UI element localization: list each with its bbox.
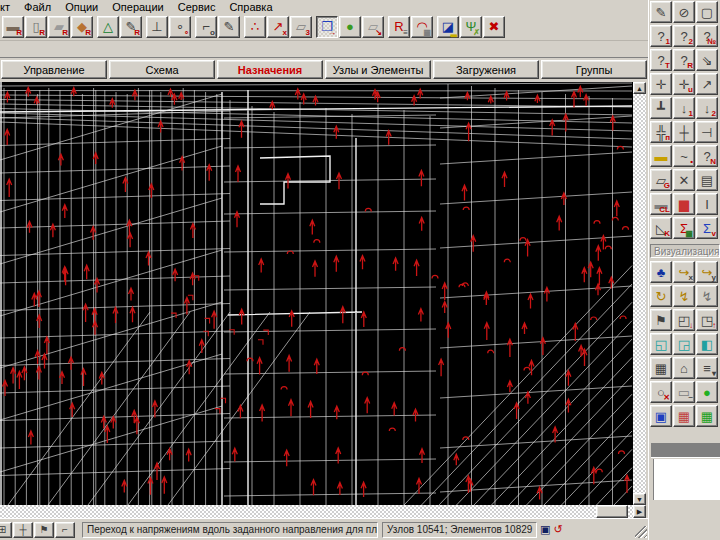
pan-view-button[interactable]: ▭~	[673, 381, 695, 403]
green-ball-button[interactable]: ●	[696, 381, 718, 403]
rigidity-list-button[interactable]: R≡	[388, 16, 410, 38]
vertical-scrollbar[interactable]: ▲ ▼	[633, 82, 646, 505]
draw-element-button[interactable]: ✎	[650, 1, 672, 23]
menu-item-Опции[interactable]: Опции	[58, 1, 105, 13]
menu-item-Файл[interactable]: Файл	[17, 1, 58, 13]
move-axes-button[interactable]: ↗	[696, 73, 718, 95]
assign-rigidity-button[interactable]: ✎R	[120, 16, 142, 38]
copy-fragment-button[interactable]: ▢	[696, 1, 718, 23]
green-mesh-button[interactable]: ▦	[696, 405, 718, 427]
delete-loads-button[interactable]: ✖	[483, 16, 505, 38]
menu-item-ект[interactable]: ект	[0, 1, 17, 13]
flash-off-button[interactable]: ↯	[696, 285, 718, 307]
slab-yellow-button[interactable]: ▬	[650, 145, 672, 167]
rigidity-info-button[interactable]: ?R	[673, 49, 695, 71]
flag-p2-button[interactable]: ⌐	[55, 522, 75, 538]
draw-mesh-button[interactable]: ✎	[218, 16, 240, 38]
docked-list[interactable]	[653, 459, 720, 500]
profile-lines-button[interactable]: ≡▾	[696, 357, 718, 379]
rotate-view-button[interactable]: ↻	[650, 285, 672, 307]
truss-generator-button[interactable]: △	[97, 16, 119, 38]
join-nodes-button[interactable]: ┼	[673, 121, 695, 143]
element-info-button[interactable]: ?2	[673, 25, 695, 47]
color-scheme-button[interactable]: ❒→	[316, 16, 338, 38]
center-mass-button[interactable]: ♣	[650, 261, 672, 283]
n-info-button[interactable]: ?N	[696, 145, 718, 167]
sum-color-button[interactable]: Σ▦	[673, 217, 695, 239]
drag-node-button[interactable]: ⇘	[696, 49, 718, 71]
tab-Группы[interactable]: Группы	[541, 60, 647, 79]
rigidity-slab-button[interactable]: ▰R	[48, 16, 70, 38]
ladder-grid-button[interactable]: ▤	[696, 169, 718, 191]
group-plate-button[interactable]: ▱G	[650, 169, 672, 191]
supports-button[interactable]: ⊥	[146, 16, 168, 38]
ibeam-button[interactable]: I	[696, 193, 718, 215]
tab-Загружения[interactable]: Загружения	[433, 60, 539, 79]
tab-Управление[interactable]: Управление	[1, 60, 107, 79]
box-3d-button[interactable]: ◧	[696, 333, 718, 355]
hscroll-thumb[interactable]	[596, 505, 628, 518]
cut-box-down-button[interactable]: ◰↓	[673, 309, 695, 331]
section-cy-button[interactable]: ↪y	[696, 261, 718, 283]
filter-nodes-button[interactable]: ⊞	[0, 522, 12, 538]
node-load-button[interactable]: ↓1	[673, 97, 695, 119]
chain-nodes-button[interactable]: ~•	[673, 145, 695, 167]
plate-direction-button[interactable]: ▱↘	[362, 16, 384, 38]
render-model-button[interactable]: ●	[339, 16, 361, 38]
merge-nodes-button[interactable]: ∘∘	[169, 16, 191, 38]
tab-Схема[interactable]: Схема	[109, 60, 215, 79]
element-load-button[interactable]: ↓2	[696, 97, 718, 119]
plate-division-button[interactable]: ▱3	[290, 16, 312, 38]
local-axes-button[interactable]: ✛u	[673, 73, 695, 95]
scatter-nodes-button[interactable]: ∴	[244, 16, 266, 38]
section-cx-button[interactable]: ↪x	[673, 261, 695, 283]
erase-element-button[interactable]: ⊘	[673, 1, 695, 23]
graph-button[interactable]: ◠▦	[411, 16, 433, 38]
flag-p-button[interactable]: ⚑	[34, 522, 54, 538]
mesh-assign-button[interactable]: ╬п	[650, 121, 672, 143]
node-info-button[interactable]: ?1	[650, 25, 672, 47]
flash-on-button[interactable]: ↯	[673, 285, 695, 307]
detach-button[interactable]: ⊣	[696, 121, 718, 143]
no-zoom-button[interactable]: ○✕	[650, 381, 672, 403]
x-node-button[interactable]: ✕	[673, 169, 695, 191]
frame-grid-button[interactable]: ▦	[650, 357, 672, 379]
resize-grip[interactable]	[635, 526, 647, 538]
rigidity-bar-button[interactable]: ▯R	[25, 16, 47, 38]
menu-item-Операции[interactable]: Операции	[105, 1, 170, 13]
box-se-button[interactable]: ◲	[673, 333, 695, 355]
histogram-button[interactable]: ▆	[673, 193, 695, 215]
blue-chip-button[interactable]: ▣	[650, 405, 672, 427]
global-axes-button[interactable]: ✛	[650, 73, 672, 95]
tab-Назначения[interactable]: Назначения	[217, 60, 323, 79]
cl-plate-button[interactable]: ▬CL	[650, 193, 672, 215]
type-info-button[interactable]: ?Т	[650, 49, 672, 71]
move-node-button[interactable]: ↗x	[267, 16, 289, 38]
horizontal-scrollbar[interactable]: ▶	[0, 505, 646, 518]
red-mesh-button[interactable]: ▦	[673, 405, 695, 427]
scroll-up-button[interactable]: ▲	[633, 82, 646, 94]
model-canvas[interactable]	[0, 82, 633, 505]
scroll-down-button[interactable]: ▼	[633, 493, 646, 505]
vegetation-button[interactable]: Ψ✗	[460, 16, 482, 38]
layers-icon[interactable]: ▣	[540, 524, 550, 535]
support-assign-button[interactable]: ┻	[650, 97, 672, 119]
box-sw-button[interactable]: ◱	[650, 333, 672, 355]
rigidity-solid-button[interactable]: ◆R	[71, 16, 93, 38]
rigidity-plate-button[interactable]: ▬R	[2, 16, 24, 38]
numbers-info-button[interactable]: ?№	[696, 25, 718, 47]
frame-elevation-button[interactable]: ⌂	[673, 357, 695, 379]
tab-Узлы и Элементы[interactable]: Узлы и Элементы	[325, 60, 431, 79]
menu-item-Сервис[interactable]: Сервис	[171, 1, 223, 13]
k-triangle-button[interactable]: ◺K	[650, 217, 672, 239]
fragment-flag-button[interactable]: ⚑	[650, 309, 672, 331]
filter-elements-button[interactable]: ┼	[13, 522, 33, 538]
diagram-button[interactable]: ◪▂	[437, 16, 459, 38]
node-options-button[interactable]: ⌐o	[195, 16, 217, 38]
refresh-icon[interactable]: ↺	[553, 524, 562, 535]
cut-box-up-button[interactable]: ◳↑	[696, 309, 718, 331]
scroll-right-button[interactable]: ▶	[633, 505, 646, 518]
menu-item-Справка[interactable]: Справка	[222, 1, 279, 13]
docked-pane-titlebar[interactable]	[651, 443, 720, 458]
sum-v-button[interactable]: Σv	[696, 217, 718, 239]
